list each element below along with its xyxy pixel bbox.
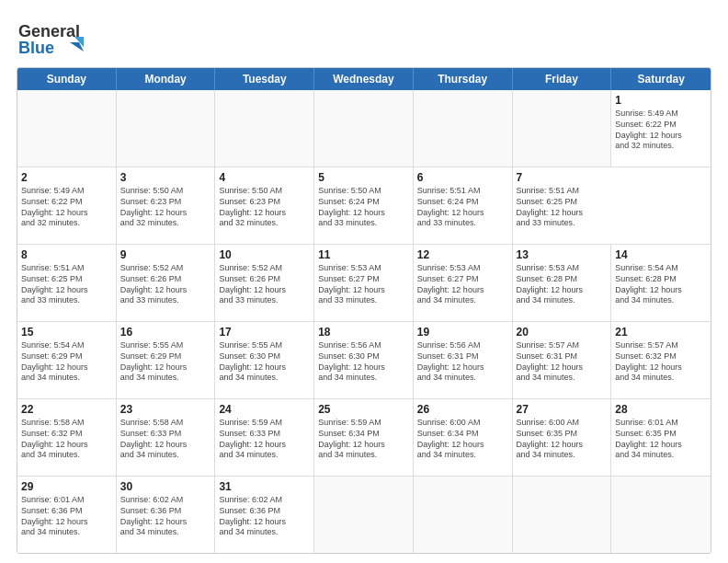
day-number: 16: [120, 325, 211, 339]
cell-info: Sunrise: 6:01 AM Sunset: 6:35 PM Dayligh…: [615, 418, 707, 461]
day-number: 15: [21, 325, 112, 339]
cell-info: Sunrise: 5:54 AM Sunset: 6:28 PM Dayligh…: [615, 263, 707, 306]
cal-cell-4-4: 18Sunrise: 5:56 AM Sunset: 6:30 PM Dayli…: [314, 322, 414, 398]
cal-cell-1-6: [513, 90, 612, 167]
cal-cell-4-2: 16Sunrise: 5:55 AM Sunset: 6:29 PM Dayli…: [117, 322, 216, 398]
cal-cell-1-3: [215, 90, 314, 167]
cal-cell-3-6: 13Sunrise: 5:53 AM Sunset: 6:28 PM Dayli…: [513, 245, 612, 321]
cal-cell-1-5: [414, 90, 513, 167]
day-number: 22: [21, 402, 112, 417]
cell-info: Sunrise: 5:50 AM Sunset: 6:24 PM Dayligh…: [318, 186, 409, 229]
cell-info: Sunrise: 5:59 AM Sunset: 6:34 PM Dayligh…: [318, 418, 409, 461]
week-row-2: 2Sunrise: 5:49 AM Sunset: 6:22 PM Daylig…: [17, 167, 711, 245]
page: General Blue SundayMondayTuesdayWednesda…: [0, 0, 728, 563]
cal-cell-5-6: 27Sunrise: 6:00 AM Sunset: 6:35 PM Dayli…: [513, 399, 612, 476]
day-number: 23: [120, 402, 211, 417]
header-day-friday: Friday: [513, 68, 612, 90]
cal-cell-4-1: 15Sunrise: 5:54 AM Sunset: 6:29 PM Dayli…: [17, 322, 117, 398]
day-number: 17: [219, 325, 310, 339]
logo: General Blue: [17, 17, 99, 58]
week-row-3: 8Sunrise: 5:51 AM Sunset: 6:25 PM Daylig…: [17, 245, 711, 322]
day-number: 8: [21, 247, 112, 262]
cal-cell-1-1: [17, 90, 117, 167]
cell-info: Sunrise: 5:53 AM Sunset: 6:27 PM Dayligh…: [417, 263, 508, 306]
day-number: 18: [318, 325, 409, 339]
day-number: 11: [318, 247, 409, 262]
day-number: 14: [615, 247, 707, 262]
header-day-sunday: Sunday: [17, 68, 117, 90]
cell-info: Sunrise: 5:50 AM Sunset: 6:23 PM Dayligh…: [219, 186, 310, 229]
cal-cell-2-4: 5Sunrise: 5:50 AM Sunset: 6:24 PM Daylig…: [314, 167, 414, 244]
cell-info: Sunrise: 6:00 AM Sunset: 6:35 PM Dayligh…: [517, 418, 608, 461]
calendar: SundayMondayTuesdayWednesdayThursdayFrid…: [17, 67, 711, 554]
day-number: 28: [615, 402, 707, 417]
cal-cell-5-5: 26Sunrise: 6:00 AM Sunset: 6:34 PM Dayli…: [414, 399, 513, 476]
calendar-body: 1Sunrise: 5:49 AM Sunset: 6:22 PM Daylig…: [17, 90, 711, 553]
cell-info: Sunrise: 5:49 AM Sunset: 6:22 PM Dayligh…: [615, 109, 707, 152]
cal-cell-6-2: 30Sunrise: 6:02 AM Sunset: 6:36 PM Dayli…: [117, 477, 216, 553]
day-number: 6: [417, 170, 508, 185]
cal-cell-2-1: 2Sunrise: 5:49 AM Sunset: 6:22 PM Daylig…: [17, 167, 117, 244]
cell-info: Sunrise: 5:51 AM Sunset: 6:25 PM Dayligh…: [517, 186, 609, 229]
cell-info: Sunrise: 5:58 AM Sunset: 6:33 PM Dayligh…: [120, 418, 211, 461]
cal-cell-3-3: 10Sunrise: 5:52 AM Sunset: 6:26 PM Dayli…: [215, 245, 314, 321]
day-number: 7: [517, 170, 609, 185]
cell-info: Sunrise: 6:02 AM Sunset: 6:36 PM Dayligh…: [120, 495, 211, 538]
cell-info: Sunrise: 5:59 AM Sunset: 6:33 PM Dayligh…: [219, 418, 310, 461]
cell-info: Sunrise: 5:55 AM Sunset: 6:29 PM Dayligh…: [120, 340, 211, 384]
day-number: 26: [417, 402, 508, 417]
calendar-header: SundayMondayTuesdayWednesdayThursdayFrid…: [17, 68, 711, 90]
cell-info: Sunrise: 6:01 AM Sunset: 6:36 PM Dayligh…: [21, 495, 112, 538]
cal-cell-3-5: 12Sunrise: 5:53 AM Sunset: 6:27 PM Dayli…: [414, 245, 513, 321]
cal-cell-1-7: 1Sunrise: 5:49 AM Sunset: 6:22 PM Daylig…: [611, 90, 711, 167]
cal-cell-6-7: [611, 477, 711, 553]
cal-cell-3-1: 8Sunrise: 5:51 AM Sunset: 6:25 PM Daylig…: [17, 245, 117, 321]
cell-info: Sunrise: 5:49 AM Sunset: 6:22 PM Dayligh…: [21, 186, 112, 229]
header-day-monday: Monday: [117, 68, 216, 90]
cal-cell-6-3: 31Sunrise: 6:02 AM Sunset: 6:36 PM Dayli…: [215, 477, 314, 553]
day-number: 25: [318, 402, 409, 417]
svg-text:General: General: [18, 22, 80, 40]
week-row-5: 22Sunrise: 5:58 AM Sunset: 6:32 PM Dayli…: [17, 399, 711, 477]
cal-cell-3-7: 14Sunrise: 5:54 AM Sunset: 6:28 PM Dayli…: [611, 245, 711, 321]
day-number: 12: [417, 247, 508, 262]
cal-cell-3-2: 9Sunrise: 5:52 AM Sunset: 6:26 PM Daylig…: [117, 245, 216, 321]
week-row-4: 15Sunrise: 5:54 AM Sunset: 6:29 PM Dayli…: [17, 322, 711, 399]
cal-cell-4-7: 21Sunrise: 5:57 AM Sunset: 6:32 PM Dayli…: [611, 322, 711, 398]
cal-cell-2-5: 6Sunrise: 5:51 AM Sunset: 6:24 PM Daylig…: [414, 167, 513, 244]
cell-info: Sunrise: 5:57 AM Sunset: 6:32 PM Dayligh…: [615, 340, 707, 384]
day-number: 20: [517, 325, 608, 339]
logo-svg: General Blue: [17, 17, 99, 58]
day-number: 30: [120, 479, 211, 494]
cal-cell-6-4: [314, 477, 414, 553]
cell-info: Sunrise: 5:54 AM Sunset: 6:29 PM Dayligh…: [21, 340, 112, 384]
day-number: 1: [615, 93, 707, 108]
day-number: 2: [21, 170, 112, 185]
cal-cell-6-5: [414, 477, 513, 553]
cal-cell-5-1: 22Sunrise: 5:58 AM Sunset: 6:32 PM Dayli…: [17, 399, 117, 476]
cell-info: Sunrise: 5:53 AM Sunset: 6:27 PM Dayligh…: [318, 263, 409, 306]
day-number: 13: [517, 247, 608, 262]
day-number: 9: [120, 247, 211, 262]
cell-info: Sunrise: 5:57 AM Sunset: 6:31 PM Dayligh…: [517, 340, 608, 384]
header-day-wednesday: Wednesday: [314, 68, 414, 90]
header: General Blue: [17, 17, 711, 58]
week-row-6: 29Sunrise: 6:01 AM Sunset: 6:36 PM Dayli…: [17, 477, 711, 553]
header-day-thursday: Thursday: [414, 68, 513, 90]
cal-cell-2-3: 4Sunrise: 5:50 AM Sunset: 6:23 PM Daylig…: [215, 167, 314, 244]
cal-cell-1-4: [314, 90, 414, 167]
cal-cell-1-2: [117, 90, 216, 167]
day-number: 4: [219, 170, 310, 185]
cell-info: Sunrise: 6:00 AM Sunset: 6:34 PM Dayligh…: [417, 418, 508, 461]
svg-text:Blue: Blue: [18, 39, 54, 57]
cal-cell-5-2: 23Sunrise: 5:58 AM Sunset: 6:33 PM Dayli…: [117, 399, 216, 476]
cal-cell-4-5: 19Sunrise: 5:56 AM Sunset: 6:31 PM Dayli…: [414, 322, 513, 398]
cell-info: Sunrise: 5:53 AM Sunset: 6:28 PM Dayligh…: [517, 263, 608, 306]
day-number: 21: [615, 325, 707, 339]
cal-cell-4-3: 17Sunrise: 5:55 AM Sunset: 6:30 PM Dayli…: [215, 322, 314, 398]
cal-cell-5-4: 25Sunrise: 5:59 AM Sunset: 6:34 PM Dayli…: [314, 399, 414, 476]
cell-info: Sunrise: 5:56 AM Sunset: 6:31 PM Dayligh…: [417, 340, 508, 384]
cell-info: Sunrise: 6:02 AM Sunset: 6:36 PM Dayligh…: [219, 495, 310, 538]
cell-info: Sunrise: 5:51 AM Sunset: 6:24 PM Dayligh…: [417, 186, 508, 229]
day-number: 19: [417, 325, 508, 339]
